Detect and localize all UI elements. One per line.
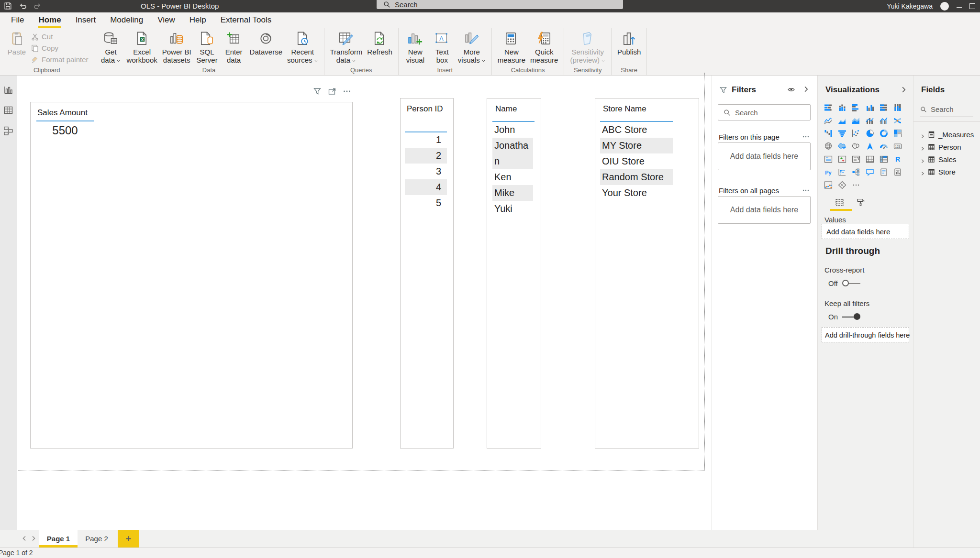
table-cell[interactable]: MY Store (600, 138, 673, 153)
text-box-button[interactable]: ATextbox (429, 28, 456, 64)
keep-all-filters-toggle[interactable] (842, 313, 860, 321)
treemap-icon[interactable] (893, 129, 902, 138)
next-page-arrow-icon[interactable] (30, 535, 37, 542)
more-options-icon[interactable] (343, 87, 351, 96)
collapse-pane-icon[interactable] (802, 86, 810, 93)
azure-map-icon[interactable] (866, 142, 874, 151)
hundred-stacked-bar-chart-icon[interactable] (880, 103, 888, 112)
decomposition-tree-icon[interactable] (852, 168, 860, 176)
donut-chart-icon[interactable] (880, 129, 888, 138)
titlebar-search-input[interactable]: Search (377, 0, 623, 9)
more-options-icon[interactable] (802, 186, 810, 194)
save-icon[interactable] (4, 2, 12, 10)
smart-narrative-icon[interactable] (880, 168, 888, 176)
waterfall-chart-icon[interactable] (824, 129, 833, 138)
table-cell[interactable]: Yuki (492, 201, 533, 217)
power-bi-datasets-button[interactable]: Power BIdatasets (160, 28, 194, 64)
table-cell[interactable]: Ken (492, 169, 533, 185)
drill-through-field-well[interactable]: Add drill-through fields here (822, 327, 909, 342)
menu-home[interactable]: Home (31, 12, 68, 28)
model-view-button[interactable] (3, 126, 13, 136)
menu-external-tools[interactable]: External Tools (213, 12, 278, 28)
ribbon-chart-icon[interactable] (893, 116, 902, 125)
collapse-pane-icon[interactable] (900, 86, 907, 93)
values-field-well[interactable]: Add data fields here (822, 224, 909, 239)
pie-chart-icon[interactable] (866, 129, 874, 138)
new-visual-button[interactable]: Newvisual (402, 28, 429, 64)
focus-mode-icon[interactable] (328, 87, 336, 96)
table-cell[interactable]: 4 (405, 179, 447, 195)
page-tab-1[interactable]: Page 1 (39, 530, 78, 547)
table-cell[interactable]: 2 (405, 148, 447, 164)
filters-search-input[interactable]: Search (718, 104, 811, 120)
field-table-store[interactable]: Store (913, 165, 980, 178)
stacked-area-chart-icon[interactable] (852, 116, 860, 125)
power-apps-icon[interactable] (838, 181, 846, 189)
table-cell[interactable]: OIU Store (600, 153, 673, 169)
dataverse-button[interactable]: Dataverse (247, 28, 285, 56)
table-icon[interactable] (866, 155, 874, 164)
table-cell[interactable]: Jonathan (492, 138, 533, 169)
stacked-bar-chart-icon[interactable] (824, 103, 833, 112)
fields-search-input[interactable]: Search (920, 105, 973, 117)
chevron-right-icon[interactable] (920, 169, 925, 174)
new-measure-button[interactable]: Newmeasure (495, 28, 528, 64)
menu-insert[interactable]: Insert (68, 12, 103, 28)
page-tab-2[interactable]: Page 2 (78, 530, 116, 547)
menu-file[interactable]: File (4, 12, 31, 28)
sensitivity-preview-button[interactable]: Sensitivity(preview) (568, 28, 608, 64)
transform-data-button[interactable]: Transformdata (328, 28, 365, 64)
clustered-column-chart-icon[interactable] (866, 103, 874, 112)
matrix-icon[interactable] (880, 155, 888, 164)
cut-button[interactable]: Cut (31, 33, 89, 41)
paste-button[interactable]: Paste (3, 28, 30, 56)
table-cell[interactable]: 5 (405, 195, 447, 211)
quick-measure-button[interactable]: Quickmeasure (528, 28, 560, 64)
more-options-icon[interactable] (802, 133, 810, 141)
r-script-icon[interactable]: R (893, 155, 902, 164)
tab-format[interactable] (856, 198, 865, 207)
filled-map-icon[interactable] (838, 142, 846, 151)
previous-page-arrow-icon[interactable] (21, 535, 28, 542)
key-influencers-icon[interactable] (838, 168, 846, 176)
multi-row-card-icon[interactable] (824, 155, 833, 164)
funnel-chart-icon[interactable] (838, 129, 846, 138)
format-painter-button[interactable]: Format painter (31, 55, 89, 64)
enter-data-button[interactable]: Enterdata (221, 28, 247, 64)
more-visuals-button[interactable]: Morevisuals (456, 28, 488, 64)
card-icon[interactable]: 123 (893, 142, 902, 151)
menu-help[interactable]: Help (182, 12, 213, 28)
copy-button[interactable]: Copy (31, 44, 89, 52)
field-table-person[interactable]: Person (913, 141, 980, 153)
person-id-table-visual[interactable]: Person ID 12345 (400, 98, 454, 449)
store-name-table-visual[interactable]: Store Name ABC StoreMY StoreOIU StoreRan… (595, 98, 699, 449)
minimize-button[interactable] (957, 7, 962, 8)
clustered-bar-chart-icon[interactable] (852, 103, 860, 112)
chevron-right-icon[interactable] (920, 132, 925, 137)
menu-modeling[interactable]: Modeling (103, 12, 150, 28)
table-cell[interactable]: 1 (405, 132, 447, 148)
area-chart-icon[interactable] (838, 116, 846, 125)
arcgis-map-icon[interactable] (824, 181, 833, 189)
line-clustered-column-chart-icon[interactable] (880, 116, 888, 125)
map-icon[interactable] (824, 142, 833, 151)
table-cell[interactable]: 3 (405, 164, 447, 179)
paginated-report-icon[interactable] (893, 168, 902, 176)
card-table-visual[interactable]: Sales Amount 5500 (30, 102, 353, 449)
name-table-visual[interactable]: Name JohnJonathanKenMikeYuki (487, 98, 541, 449)
recent-sources-button[interactable]: Recentsources (285, 28, 321, 64)
scatter-chart-icon[interactable] (852, 129, 860, 138)
line-stacked-column-chart-icon[interactable] (866, 116, 874, 125)
filter-icon[interactable] (313, 87, 322, 96)
undo-icon[interactable] (19, 2, 27, 10)
table-cell[interactable]: Random Store (600, 169, 673, 185)
field-table-measures[interactable]: _Measures (913, 128, 980, 141)
maximize-button[interactable] (969, 3, 975, 9)
avatar[interactable] (940, 2, 949, 11)
shape-map-icon[interactable] (852, 142, 860, 151)
report-view-button[interactable] (3, 85, 13, 95)
menu-view[interactable]: View (150, 12, 182, 28)
report-canvas[interactable]: Sales Amount 5500 Person ID 12345 Name J… (17, 76, 712, 530)
stacked-column-chart-icon[interactable] (838, 103, 846, 112)
eye-icon[interactable] (787, 86, 795, 94)
